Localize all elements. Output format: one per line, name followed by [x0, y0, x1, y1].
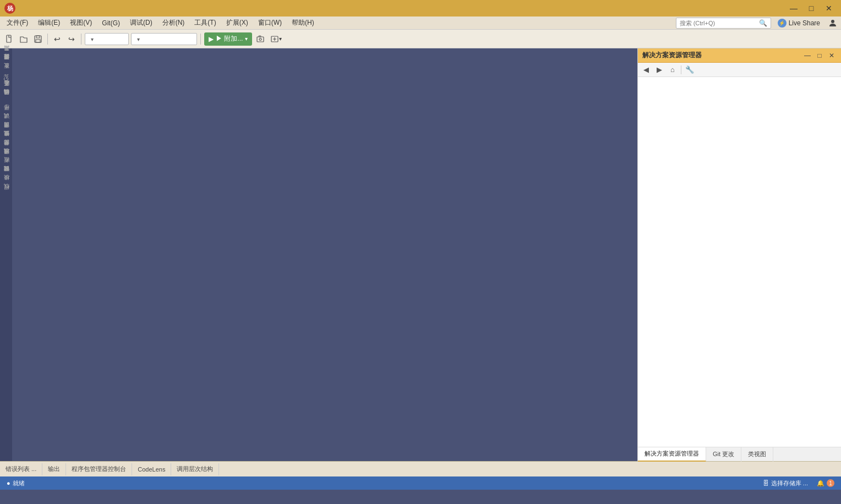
menu-git[interactable]: Git(G)	[97, 17, 124, 29]
solution-panel-back[interactable]: ◀	[640, 64, 652, 75]
status-bar-right: 🗄 选择存储库 ... 🔔 1	[761, 477, 837, 489]
live-share-icon: ⚡	[778, 19, 787, 28]
solution-panel-toolbar: ◀ ▶ ⌂ 🔧	[638, 63, 841, 77]
app-logo: 杨	[4, 3, 15, 14]
toolbar-open[interactable]	[18, 32, 30, 46]
toolbar-dropdown2[interactable]	[131, 33, 197, 45]
sidebar-tab-debug-console[interactable]: 调试控制台	[0, 172, 12, 180]
title-bar: 杨 — □ ✕	[0, 0, 841, 17]
live-share-button[interactable]: ⚡ Live Share	[774, 19, 823, 28]
sidebar-tab-pan[interactable]: 平移	[0, 110, 12, 119]
menu-analyze[interactable]: 分析(N)	[158, 17, 189, 29]
search-container: 🔍	[676, 18, 771, 29]
sidebar-tab-code-editor[interactable]: 代码编辑器	[0, 95, 12, 103]
toolbar-sep1	[47, 34, 48, 45]
solution-panel-title: 解决方案资源管理器	[642, 51, 702, 60]
bottom-tab-codelens[interactable]: CodeLens	[132, 463, 171, 475]
editor-area	[12, 48, 637, 461]
bottom-tab-call-hierarchy[interactable]: 调用层次结构	[171, 463, 219, 475]
svg-rect-7	[259, 36, 261, 37]
sidebar-tab-current-call[interactable]: 当前调用	[0, 128, 12, 136]
sidebar-divider	[0, 103, 12, 110]
toolbar-capture[interactable]	[254, 32, 266, 46]
svg-point-6	[259, 38, 261, 40]
run-label: ▶ 附加...	[216, 34, 243, 43]
sidebar-tab-breakpoints[interactable]: 断点	[0, 163, 12, 172]
svg-point-0	[831, 20, 834, 23]
solution-panel-controls: — □ ✕	[802, 51, 837, 61]
status-notifications[interactable]: 🔔 1	[815, 477, 837, 489]
solution-panel-float[interactable]: □	[815, 51, 824, 61]
menu-extensions[interactable]: 扩展(X)	[222, 17, 253, 29]
maximize-button[interactable]: □	[804, 3, 819, 14]
dropdown2-chevron	[137, 36, 140, 42]
live-share-label: Live Share	[789, 19, 820, 27]
toolbar-sep2	[81, 34, 81, 45]
solution-tab-class-view[interactable]: 类视图	[741, 447, 773, 462]
menu-file[interactable]: 文件(F)	[2, 17, 32, 29]
toolbar-extra[interactable]: ▾	[269, 32, 283, 46]
bottom-tab-errors[interactable]: 错误列表 ...	[0, 463, 42, 475]
main-layout: 工具箱 服务器资源管理器 Git 更改 诊断工具 代码编辑器 平移 调试 当前调…	[0, 48, 841, 461]
sidebar-tab-threads[interactable]: 线程	[0, 189, 12, 198]
status-bar-left: ● 就绪	[4, 477, 27, 489]
solution-panel-header: 解决方案资源管理器 — □ ✕	[638, 48, 841, 63]
bottom-tab-package-manager[interactable]: 程序包管理器控制台	[66, 463, 132, 475]
search-icon: 🔍	[759, 19, 767, 27]
toolbar-redo[interactable]: ↪	[65, 32, 78, 46]
solution-panel-content	[638, 77, 841, 447]
solution-bottom-tabs: 解决方案资源管理器 Git 更改 类视图	[638, 447, 841, 461]
sidebar-tab-server-explorer[interactable]: 服务器资源管理器	[0, 59, 12, 68]
minimize-button[interactable]: —	[786, 3, 801, 14]
toolbar-save[interactable]	[32, 32, 44, 46]
left-sidebar: 工具箱 服务器资源管理器 Git 更改 诊断工具 代码编辑器 平移 调试 当前调…	[0, 48, 12, 461]
bottom-tab-output[interactable]: 输出	[42, 463, 66, 475]
sidebar-tab-call-stack[interactable]: 调用堆栈	[0, 154, 12, 163]
solution-panel-forward[interactable]: ▶	[653, 64, 665, 75]
svg-rect-4	[36, 40, 40, 42]
notification-icon: 🔔	[817, 480, 824, 487]
bottom-area: 错误列表 ... 输出 程序包管理器控制台 CodeLens 调用层次结构	[0, 461, 841, 476]
solution-panel-properties[interactable]: 🔧	[684, 64, 696, 75]
close-button[interactable]: ✕	[821, 3, 837, 14]
status-ready-label: 就绪	[13, 479, 25, 487]
menu-tools[interactable]: 工具(T)	[190, 17, 220, 29]
sidebar-tab-toolbox[interactable]: 工具箱	[0, 51, 12, 59]
sidebar-tab-locals[interactable]: 局部变量	[0, 145, 12, 154]
menu-view[interactable]: 视图(V)	[65, 17, 96, 29]
solution-panel-home[interactable]: ⌂	[667, 64, 679, 75]
toolbar-dropdown1[interactable]	[85, 33, 129, 45]
status-ready-icon: ●	[7, 480, 10, 486]
run-icon: ▶	[209, 35, 214, 43]
toolbar: ↩ ↪ ▶ ▶ 附加... ▾ ▾	[0, 30, 841, 48]
toolbar-sep3	[200, 34, 201, 45]
solution-tab-explorer[interactable]: 解决方案资源管理器	[638, 447, 706, 462]
menu-edit[interactable]: 编辑(E)	[34, 17, 64, 29]
solution-panel-close[interactable]: ✕	[827, 51, 837, 61]
solution-panel-pin[interactable]: —	[802, 51, 812, 61]
svg-rect-5	[257, 37, 264, 42]
repo-icon: 🗄	[763, 480, 769, 486]
sidebar-tab-git-changes[interactable]: Git 更改	[0, 68, 12, 86]
solution-tab-git-changes[interactable]: Git 更改	[706, 447, 741, 462]
run-button[interactable]: ▶ ▶ 附加... ▾	[204, 32, 252, 46]
account-icon[interactable]	[827, 17, 839, 29]
sidebar-tab-modules[interactable]: 模块	[0, 180, 12, 189]
menu-help[interactable]: 帮助(H)	[287, 17, 319, 29]
solution-explorer-panel: 解决方案资源管理器 — □ ✕ ◀ ▶ ⌂ 🔧 解决方案资源管理器 Git 更改…	[637, 48, 841, 461]
title-bar-left: 杨	[4, 3, 15, 14]
sidebar-tab-debug[interactable]: 调试	[0, 119, 12, 128]
status-ready[interactable]: ● 就绪	[4, 477, 27, 489]
toolbar-new[interactable]	[3, 32, 15, 46]
sidebar-tab-diagnostics[interactable]: 诊断工具	[0, 86, 12, 95]
toolbar-undo[interactable]: ↩	[51, 32, 63, 46]
status-bar: ● 就绪 🗄 选择存储库 ... 🔔 1	[0, 476, 841, 490]
search-input[interactable]	[680, 20, 757, 26]
menu-debug[interactable]: 调试(D)	[125, 17, 157, 29]
status-repo[interactable]: 🗄 选择存储库 ...	[761, 477, 810, 489]
menu-window[interactable]: 窗口(W)	[254, 17, 286, 29]
sidebar-tab-quick-watch[interactable]: 快速监视	[0, 136, 12, 145]
title-bar-controls: — □ ✕	[786, 3, 837, 14]
notification-count: 1	[827, 479, 834, 487]
run-chevron: ▾	[245, 36, 248, 42]
